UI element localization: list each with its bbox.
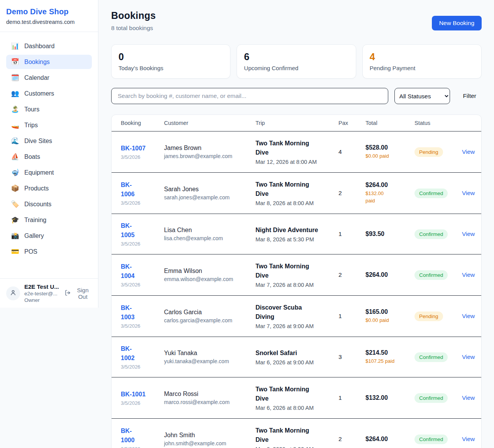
brand-block: Demo Dive Shop demo.test.divestreams.com <box>0 0 98 32</box>
status-cell: Pending <box>414 312 462 321</box>
status-badge: Confirmed <box>414 229 448 239</box>
user-email: e2e-tester@... <box>24 291 60 296</box>
customer-email: yuki.tanaka@example.com <box>164 358 255 364</box>
total-cell: $264.00 $132.00 paid <box>365 182 414 205</box>
paid-amount: $0.00 paid <box>365 317 414 324</box>
trip-cell: Discover Scuba Diving Mar 7, 2026 at 9:0… <box>255 303 338 329</box>
trip-cell: Two Tank Morning Dive Mar 8, 2026 at 8:0… <box>255 180 338 206</box>
sign-out-label: Sign Out <box>74 287 92 300</box>
pax-count: 1 <box>338 394 365 401</box>
sign-out-button[interactable]: Sign Out <box>64 287 92 300</box>
customer-name: Marco Rossi <box>164 391 255 397</box>
total-cell: $528.00 $0.00 paid <box>365 144 414 160</box>
view-link[interactable]: View <box>462 313 475 319</box>
pax-count: 2 <box>338 190 365 197</box>
search-input[interactable] <box>111 88 388 104</box>
filter-button[interactable]: Filter <box>458 89 482 103</box>
booking-id-link[interactable]: BK-1007 <box>121 145 145 152</box>
booking-id-link[interactable]: BK- 1006 <box>121 182 135 197</box>
sidebar-item-calendar[interactable]: 🗓️Calendar <box>6 71 92 85</box>
sidebar-item-products[interactable]: 📦Products <box>6 181 92 195</box>
trip-datetime: Mar 6, 2026 at 8:00 AM <box>255 405 338 411</box>
sidebar-item-discounts[interactable]: 🏷️Discounts <box>6 197 92 211</box>
customer-name: Lisa Chen <box>164 227 255 234</box>
user-name: E2E Test U... <box>24 283 60 290</box>
app-root: Demo Dive Shop demo.test.divestreams.com… <box>0 0 494 448</box>
sidebar-item-equipment[interactable]: 🤿Equipment <box>6 165 92 180</box>
column-header-total: Total <box>365 120 414 126</box>
view-link[interactable]: View <box>462 190 475 196</box>
status-cell: Confirmed <box>414 189 462 198</box>
customer-email: emma.wilson@example.com <box>164 276 255 282</box>
shop-domain: demo.test.divestreams.com <box>6 19 92 25</box>
view-link[interactable]: View <box>462 271 475 278</box>
trip-datetime: Mar 6, 2026 at 9:00 AM <box>255 359 338 365</box>
booking-id-link[interactable]: BK- 1002 <box>121 345 135 361</box>
booking-date: 3/5/2026 <box>121 200 164 206</box>
sidebar-item-dive-sites[interactable]: 🌊Dive Sites <box>6 134 92 148</box>
total-amount: $528.00 <box>365 144 414 151</box>
sidebar-item-bookings[interactable]: 📅Bookings <box>6 55 92 69</box>
avatar <box>6 286 20 300</box>
booking-cell: BK- 1005 3/5/2026 <box>121 221 164 247</box>
sidebar-item-trips[interactable]: 🚤Trips <box>6 118 92 132</box>
trip-datetime: Mar 12, 2026 at 8:00 AM <box>255 159 338 165</box>
booking-cell: BK-1007 3/5/2026 <box>121 144 164 160</box>
bookings-icon: 📅 <box>11 58 19 66</box>
trip-cell: Two Tank Morning Dive Mar 6, 2026 at 8:0… <box>255 385 338 411</box>
status-badge: Pending <box>414 147 443 157</box>
customer-cell: John Smith john.smith@example.com <box>164 432 255 446</box>
view-link[interactable]: View <box>462 354 475 360</box>
sidebar-item-customers[interactable]: 👥Customers <box>6 86 92 101</box>
customer-cell: Marco Rossi marco.rossi@example.com <box>164 391 255 405</box>
sidebar-item-label: Customers <box>24 90 54 97</box>
sidebar-item-label: Discounts <box>24 201 51 208</box>
trips-icon: 🚤 <box>11 121 19 129</box>
view-link[interactable]: View <box>462 231 475 237</box>
total-cell: $264.00 <box>365 436 414 443</box>
dashboard-icon: 📊 <box>11 42 19 50</box>
sidebar-item-tours[interactable]: 🏝️Tours <box>6 102 92 116</box>
trip-name: Snorkel Safari <box>255 349 338 358</box>
booking-id-link[interactable]: BK-1001 <box>121 391 145 397</box>
page-header: Bookings 8 total bookings New Booking <box>111 10 482 32</box>
view-cell: View <box>462 190 475 197</box>
new-booking-button[interactable]: New Booking <box>432 16 482 30</box>
view-link[interactable]: View <box>462 394 475 401</box>
sidebar-item-boats[interactable]: ⛵Boats <box>6 150 92 164</box>
booking-id-link[interactable]: BK- 1003 <box>121 305 135 320</box>
sidebar-item-training[interactable]: 🎓Training <box>6 213 92 227</box>
booking-date: 3/5/2026 <box>121 154 164 160</box>
sidebar-item-label: Gallery <box>24 232 44 239</box>
booking-date: 3/5/2026 <box>121 446 164 448</box>
view-link[interactable]: View <box>462 436 475 442</box>
sidebar-item-label: Dashboard <box>24 43 54 50</box>
sidebar-item-dashboard[interactable]: 📊Dashboard <box>6 39 92 53</box>
customer-name: Yuki Tanaka <box>164 350 255 357</box>
status-filter-select[interactable]: All Statuses <box>394 88 450 104</box>
column-header-booking: Booking <box>121 120 164 126</box>
booking-id-link[interactable]: BK- 1004 <box>121 263 135 279</box>
booking-id-link[interactable]: BK- 1000 <box>121 428 135 443</box>
customers-icon: 👥 <box>11 89 19 98</box>
booking-date: 3/5/2026 <box>121 241 164 247</box>
customer-name: Carlos Garcia <box>164 309 255 316</box>
trip-cell: Two Tank Morning Dive Mar 6, 2026 at 8:0… <box>255 426 338 448</box>
total-amount: $264.00 <box>365 436 414 443</box>
customer-name: Sarah Jones <box>164 186 255 193</box>
trip-datetime: Mar 7, 2026 at 9:00 AM <box>255 323 338 329</box>
trip-cell: Night Dive Adventure Mar 8, 2026 at 5:30… <box>255 226 338 243</box>
table-header-row: BookingCustomerTripPaxTotalStatus <box>112 115 481 131</box>
tours-icon: 🏝️ <box>11 105 19 113</box>
sidebar-item-label: Tours <box>24 106 39 113</box>
view-link[interactable]: View <box>462 148 475 155</box>
status-badge: Confirmed <box>414 270 448 280</box>
total-amount: $214.50 <box>365 349 414 356</box>
total-amount: $93.50 <box>365 231 414 237</box>
sidebar-item-pos[interactable]: 💳POS <box>6 244 92 259</box>
user-info: E2E Test U... e2e-tester@... Owner <box>24 283 60 303</box>
booking-cell: BK-1001 3/5/2026 <box>121 390 164 406</box>
sidebar-item-gallery[interactable]: 📸Gallery <box>6 229 92 243</box>
discounts-icon: 🏷️ <box>11 200 19 208</box>
booking-id-link[interactable]: BK- 1005 <box>121 222 135 238</box>
